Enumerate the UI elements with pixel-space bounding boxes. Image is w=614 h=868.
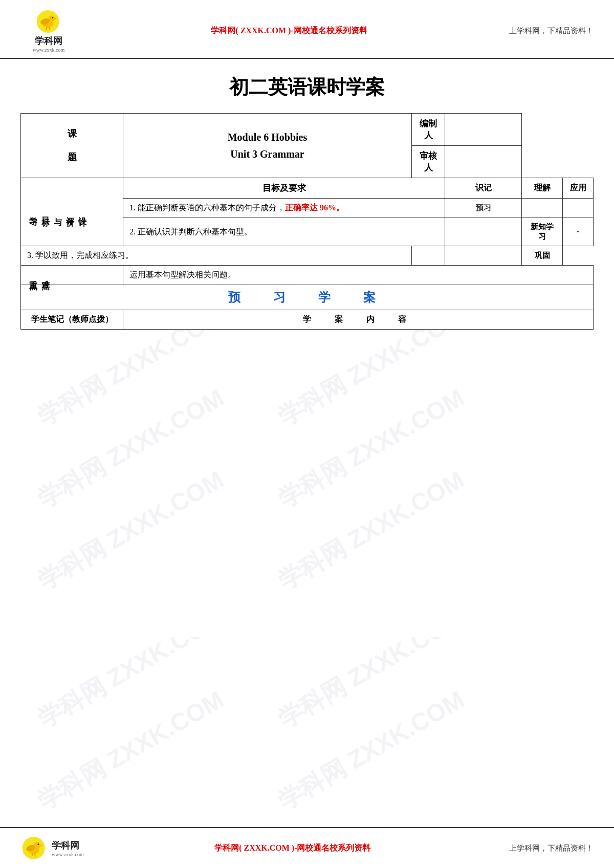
key-difficult-label-cell: 重点 难点: [21, 266, 123, 285]
editor-label: 编制人: [420, 119, 437, 140]
col-shiji-header: 识记: [445, 178, 522, 199]
footer-logo-url: www.zxxk.com: [52, 852, 84, 857]
obj1-yingyong-cell: [563, 199, 594, 218]
footer-tagline: 上学科网，下精品资料！: [501, 843, 594, 853]
key-difficult-content: 运用基本句型解决相关问题。: [129, 270, 236, 279]
obj3-yingyong-cell: 巩固: [522, 246, 563, 266]
main-content: 课 题 Module 6 Hobbies Unit 3 Grammar 编制人 …: [0, 113, 614, 330]
col-lijie-label: 理解: [534, 183, 551, 192]
table-row-key-difficult: 重点 难点 运用基本句型解决相关问题。: [21, 266, 594, 285]
obj3-shiji-cell: [412, 246, 445, 266]
watermark-4: 学科网 ZXXK.COM: [272, 382, 471, 515]
table-row-preview-title: 预 习 学 案: [21, 285, 594, 310]
watermark-7: 学科网 ZXXK.COM: [32, 637, 230, 735]
reviewer-value-cell: [445, 146, 522, 178]
unit-name: Unit 3 Grammar: [129, 148, 405, 160]
col-lijie-header: 理解: [522, 178, 563, 199]
logo-bird-icon: [35, 9, 63, 34]
obj1-phase: 预习: [476, 204, 491, 212]
obj2-yingyong-cell: ·: [563, 218, 594, 246]
logo-url: www.zxxk.com: [33, 47, 65, 53]
table-row-course: 课 题 Module 6 Hobbies Unit 3 Grammar 编制人: [21, 114, 594, 146]
footer-logo-bird-icon: [20, 836, 49, 860]
study-content-cell: 学 案 内 容: [123, 310, 594, 330]
table-row-objectives-header: 学习 目标 与 评价 设计 目标及要求 识记 理解 应用: [21, 178, 594, 199]
table-row-student-notes: 学生笔记（教师点拨） 学 案 内 容: [21, 310, 594, 330]
obj2-lijie-cell: 新知学习: [522, 218, 563, 246]
obj2-text: 2. 正确认识并判断六种基本句型。: [129, 227, 252, 236]
watermark-1: 学科网 ZXXK.COM: [32, 330, 230, 433]
watermark-8: 学科网 ZXXK.COM: [272, 637, 471, 735]
obj1-highlight: 正确率达 96%。: [285, 203, 344, 212]
footer-brand: 学科网( ZXXK.COM )-网校通名校系列资料: [84, 843, 501, 854]
obj2-shiji-cell: [445, 218, 522, 246]
table-row-obj3: 3. 学以致用，完成相应练习。 巩固: [21, 246, 594, 266]
objectives-header-cell: 目标及要求: [123, 178, 445, 199]
watermark-2: 学科网 ZXXK.COM: [272, 330, 471, 433]
page-header: 学科网 www.zxxk.com 学科网( ZXXK.COM )-网校通名校系列…: [0, 0, 614, 59]
col-yingyong-header: 应用: [563, 178, 594, 199]
footer-brand-text: 学科网( ZXXK.COM )-网校通名校系列资料: [214, 843, 370, 852]
editor-value-cell: [445, 114, 522, 146]
topic-label: 题: [27, 147, 117, 168]
student-notes-label-cell: 学生笔记（教师点拨）: [21, 310, 123, 330]
learning-objectives-label-cell: 学习 目标 与 评价 设计: [21, 178, 123, 246]
editor-label-cell: 编制人: [412, 114, 445, 146]
obj3-phase: 巩固: [535, 251, 550, 259]
header-brand: 学科网( ZXXK.COM )-网校通名校系列资料: [77, 26, 501, 36]
module-name: Module 6 Hobbies: [129, 132, 405, 143]
study-content-label: 学 案 内 容: [303, 315, 414, 323]
col-shiji-label: 识记: [475, 183, 492, 192]
footer-tagline-text: 上学科网，下精品资料！: [509, 844, 594, 852]
obj3-lijie-cell: [445, 246, 522, 266]
preview-title: 预 习 学 案: [228, 291, 386, 304]
header-brand-text: 学科网( ZXXK.COM )-网校通名校系列资料: [211, 26, 367, 35]
watermark-area-2: 学科网 ZXXK.COM 学科网 ZXXK.COM 学科网 ZXXK.COM 学…: [0, 637, 614, 852]
course-topic-label: 课 题: [21, 114, 123, 178]
obj2-content-cell: 2. 正确认识并判断六种基本句型。: [123, 218, 445, 246]
watermark-3: 学科网 ZXXK.COM: [32, 382, 230, 515]
watermark-5: 学科网 ZXXK.COM: [32, 464, 230, 597]
obj2-dot: ·: [577, 227, 579, 237]
student-notes-label: 学生笔记（教师点拨）: [31, 315, 113, 323]
svg-point-11: [37, 843, 39, 845]
col-yingyong-label: 应用: [570, 183, 586, 192]
header-logo: 学科网 www.zxxk.com: [20, 9, 77, 53]
preview-title-cell: 预 习 学 案: [21, 285, 594, 310]
svg-point-3: [52, 17, 53, 18]
watermark-area: 学科网 ZXXK.COM 学科网 ZXXK.COM 学科网 ZXXK.COM 学…: [0, 330, 614, 637]
obj1-lijie-cell: [522, 199, 563, 218]
obj1-phase-cell: 预习: [445, 199, 522, 218]
obj1-content-cell: 1. 能正确判断英语的六种基本的句子成分，正确率达 96%。: [123, 199, 445, 218]
key-difficult-content-cell: 运用基本句型解决相关问题。: [123, 266, 594, 285]
watermark-6: 学科网 ZXXK.COM: [272, 464, 471, 597]
header-tagline-text: 上学科网，下精品资料！: [509, 27, 594, 35]
footer-logo: 学科网 www.zxxk.com: [20, 836, 84, 860]
page-footer: 学科网 www.zxxk.com 学科网( ZXXK.COM )-网校通名校系列…: [0, 827, 614, 868]
page-title: 初二英语课时学案: [0, 59, 614, 113]
watermark-10: 学科网 ZXXK.COM: [272, 684, 471, 817]
reviewer-label-cell: 审核人: [412, 146, 445, 178]
objectives-header: 目标及要求: [262, 183, 306, 193]
course-label: 课: [27, 124, 117, 144]
obj1-text-before: 1. 能正确判断英语的六种基本的句子成分，: [129, 203, 285, 212]
module-unit-cell: Module 6 Hobbies Unit 3 Grammar: [123, 114, 412, 178]
footer-logo-name: 学科网: [52, 839, 84, 852]
watermark-9: 学科网 ZXXK.COM: [32, 684, 230, 817]
reviewer-label: 审核人: [420, 151, 437, 172]
obj3-text: 3. 学以致用，完成相应练习。: [27, 251, 134, 259]
logo-name: 学科网: [35, 35, 62, 47]
lesson-plan-table: 课 题 Module 6 Hobbies Unit 3 Grammar 编制人 …: [20, 113, 594, 330]
header-tagline: 上学科网，下精品资料！: [501, 26, 594, 36]
obj2-phase: 新知学习: [531, 223, 554, 241]
obj3-content-cell: 3. 学以致用，完成相应练习。: [21, 246, 412, 266]
